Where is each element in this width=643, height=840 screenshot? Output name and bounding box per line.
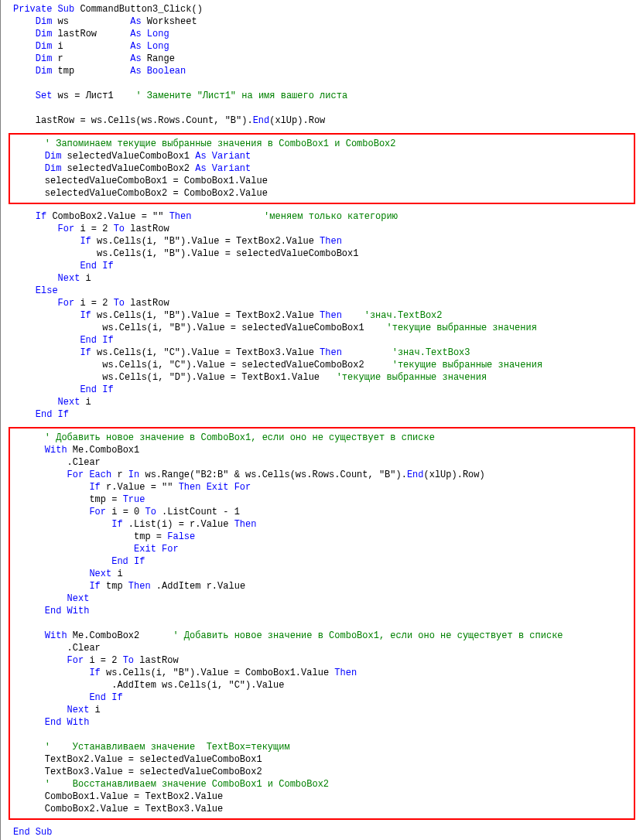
keyword: With [45,630,67,641]
keyword: Then Exit For [179,482,251,493]
keyword: Then [320,310,342,321]
highlighted-block-2: ' Добавить новое значение в ComboBox1, е… [9,427,635,820]
keyword: For [67,655,84,666]
code-text: ComboBox1.Value = TextBox2.Value [22,791,223,802]
code-text: lastRow [125,224,169,234]
code-text: Worksheet [142,16,197,27]
keyword: With [45,445,67,456]
keyword: Dim [36,53,53,64]
keyword: Next [67,593,90,604]
highlighted-block-1: ' Запоминаем текущие выбранные значения … [9,133,635,204]
comment: ' Восстанавливаем значение ComboBox1 и C… [45,779,329,790]
keyword: End If [111,556,145,567]
code-text: selectedValueComboBox2 = ComboBox2.Value [22,188,268,199]
code-text: (xlUp).Row) [424,470,485,480]
code-line: ' Запоминаем текущие выбранные значения … [10,135,634,203]
code-line: If ComboBox2.Value = "" Then 'меняем тол… [1,210,643,421]
code-text: selectedValueComboBox1 = ComboBox1.Value [22,176,268,186]
code-text: Range [142,53,175,64]
keyword: As Variant [195,151,251,162]
keyword: If [89,482,100,493]
keyword: Next [58,273,80,284]
code-text [342,347,392,358]
keyword: Dim [36,29,53,39]
keyword: For [89,507,106,517]
keyword: Dim [36,66,53,77]
code-text: i [80,397,91,408]
keyword: If [80,236,91,247]
code-text: .List(i) = r.Value [123,519,234,530]
keyword: False [167,531,195,542]
keyword: End Sub [13,827,52,838]
code-text: r [52,53,130,64]
comment: 'знач.TextBox2 [364,310,443,321]
keyword: Exit For [134,544,179,555]
code-text: (xlUp).Row [269,115,325,126]
keyword: Private Sub [13,4,74,15]
code-block-header: Private Sub CommandButton3_Click() Dim w… [1,0,643,130]
code-text: r [111,470,128,480]
keyword: To [114,224,125,234]
comment: 'знач.TextBox3 [392,347,470,358]
comment: ' Замените "Лист1" на имя вашего листа [135,90,347,101]
keyword: Dim [45,151,62,162]
code-text: TextBox2.Value = selectedValueComboBox1 [22,754,262,765]
keyword: As [130,16,141,27]
keyword: Then [128,581,151,592]
code-text: ws.Cells(i, "B").Value = ComboBox1.Value [101,668,334,678]
keyword: Then [320,347,342,358]
keyword: End If [89,692,122,703]
keyword: To [145,507,156,517]
keyword: If [89,581,100,592]
keyword: As Long [130,29,169,39]
keyword: Next [58,397,80,408]
keyword: For Each [67,470,112,480]
keyword: As Boolean [130,66,186,77]
code-text [191,211,264,222]
comment: ' Устанавливаем значение TextBox=текущим [45,742,290,753]
code-text: ComboBox2.Value = "" [46,211,169,222]
code-block-footer: End Sub [1,823,643,840]
comment: 'текущие выбранные значения [392,360,542,370]
keyword: As Long [130,41,169,52]
code-text: .AddItem ws.Cells(i, "C").Value [22,680,284,691]
keyword: If [111,519,122,530]
code-text: selectedValueComboBox1 [61,151,195,162]
keyword: To [114,298,125,309]
comment: ' Запоминаем текущие выбранные значения … [45,138,396,149]
keyword: Next [67,705,90,715]
code-text: tmp = [22,494,123,505]
code-text: .Clear [22,457,101,468]
comment: ' Добавить новое значение в ComboBox1, е… [173,630,563,641]
keyword: If [80,310,91,321]
code-text: ws.Cells(i, "B").Value = selectedValueCo… [13,323,386,333]
code-text: lastRow [52,29,130,39]
keyword: End With [45,606,90,616]
keyword: Dim [45,163,62,174]
comment: 'текущие выбранные значения [337,372,487,383]
code-block-middle: If ComboBox2.Value = "" Then 'меняем тол… [1,207,643,424]
code-text: ws.Cells(i, "D").Value = TextBox1.Value [13,372,337,383]
keyword: If [89,668,100,678]
keyword: For [58,224,75,234]
keyword: True [123,494,145,505]
code-text: i = 2 [74,298,113,309]
code-text: i = 2 [74,224,113,234]
code-text: selectedValueComboBox2 [61,163,195,174]
keyword: Then [234,519,257,530]
keyword: Then [320,236,342,247]
keyword: Dim [36,16,53,27]
code-text: ws.Cells(i, "C").Value = TextBox3.Value [91,347,320,358]
comment: 'меняем только категорию [264,211,398,222]
keyword: End If [80,261,113,271]
code-text: .ListCount - 1 [156,507,240,517]
keyword: Dim [36,41,53,52]
code-text [342,310,364,321]
code-text: ws.Range("B2:B" & ws.Cells(ws.Rows.Count… [139,470,407,480]
code-text: i [89,705,100,715]
keyword: Else [36,285,58,296]
code-text: TextBox3.Value = selectedValueComboBox2 [22,767,262,777]
keyword: End [407,470,424,480]
keyword: In [128,470,139,480]
code-text: tmp = [22,531,167,542]
